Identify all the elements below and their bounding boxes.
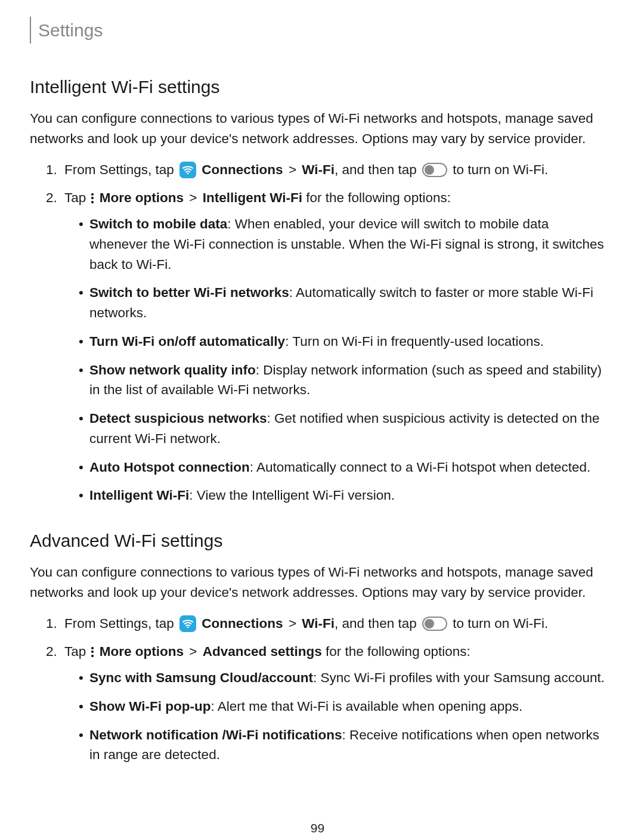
section-intro: You can configure connections to various… [30,562,605,603]
step-2: Tap More options > Advanced settings for… [61,642,605,765]
more-options-label: More options [100,644,184,659]
option-term: Switch to better Wi-Fi networks [89,285,289,300]
step-text: for the following options: [306,190,451,205]
option-desc: : Sync Wi-Fi profiles with your Samsung … [313,670,605,685]
svg-point-1 [187,626,189,628]
option-item: Intelligent Wi-Fi: View the Intelligent … [89,485,605,506]
step-text: to turn on Wi-Fi. [453,616,548,631]
target-label: Intelligent Wi-Fi [203,190,302,205]
option-item: Switch to mobile data: When enabled, you… [89,214,605,274]
option-term: Auto Hotspot connection [89,460,250,475]
option-desc: : Automatically connect to a Wi-Fi hotsp… [250,460,591,475]
option-term: Network notification /Wi-Fi notification… [89,727,342,742]
option-term: Show Wi-Fi pop-up [89,699,211,714]
option-desc: : View the Intelligent Wi-Fi version. [189,488,395,503]
option-item: Show Wi-Fi pop-up: Alert me that Wi-Fi i… [89,696,605,717]
options-list: Switch to mobile data: When enabled, you… [64,214,605,506]
option-term: Turn Wi-Fi on/off automatically [89,334,285,349]
option-term: Sync with Samsung Cloud/account [89,670,313,685]
steps-list: From Settings, tap Connections > Wi-Fi, … [30,160,605,506]
step-1: From Settings, tap Connections > Wi-Fi, … [61,614,605,634]
option-term: Detect suspicious networks [89,411,267,426]
step-text: , and then tap [335,162,417,177]
step-text: From Settings, tap [64,162,174,177]
option-item: Network notification /Wi-Fi notification… [89,725,605,766]
connections-label: Connections [202,616,283,631]
options-list: Sync with Samsung Cloud/account: Sync Wi… [64,668,605,765]
option-desc: : Turn on Wi-Fi in frequently-used locat… [285,334,544,349]
option-item: Detect suspicious networks: Get notified… [89,408,605,449]
separator: > [289,162,296,177]
connections-label: Connections [202,162,283,177]
option-item: Switch to better Wi-Fi networks: Automat… [89,283,605,323]
more-options-label: More options [100,190,184,205]
option-term: Intelligent Wi-Fi [89,488,189,503]
step-text: for the following options: [326,644,470,659]
section-title: Advanced Wi-Fi settings [30,527,605,554]
wifi-label: Wi-Fi [302,616,335,631]
advanced-wifi-section: Advanced Wi-Fi settings You can configur… [30,527,605,765]
step-text: , and then tap [335,616,417,631]
option-term: Show network quality info [89,363,256,377]
toggle-icon [422,163,447,177]
option-item: Turn Wi-Fi on/off automatically: Turn on… [89,332,605,352]
wifi-label: Wi-Fi [302,162,335,177]
step-text: From Settings, tap [64,616,174,631]
step-text: Tap [64,644,86,659]
section-title: Intelligent Wi-Fi settings [30,73,605,100]
option-item: Show network quality info: Display netwo… [89,360,605,401]
steps-list: From Settings, tap Connections > Wi-Fi, … [30,614,605,766]
connections-icon [179,615,196,632]
intelligent-wifi-section: Intelligent Wi-Fi settings You can confi… [30,73,605,506]
option-desc: : Alert me that Wi-Fi is available when … [211,699,523,714]
step-text: Tap [64,190,86,205]
step-text: to turn on Wi-Fi. [453,162,548,177]
connections-icon [179,162,196,178]
option-item: Auto Hotspot connection: Automatically c… [89,457,605,478]
separator: > [289,616,296,631]
option-term: Switch to mobile data [89,216,227,231]
header-text: Settings [38,20,103,40]
svg-point-0 [187,172,189,174]
separator: > [189,644,197,659]
more-options-icon [91,193,94,203]
option-item: Sync with Samsung Cloud/account: Sync Wi… [89,668,605,688]
target-label: Advanced settings [203,644,322,659]
more-options-icon [91,647,94,657]
page-header: Settings [30,17,605,44]
separator: > [189,190,197,205]
step-2: Tap More options > Intelligent Wi-Fi for… [61,188,605,506]
section-intro: You can configure connections to various… [30,109,605,149]
step-1: From Settings, tap Connections > Wi-Fi, … [61,160,605,180]
toggle-icon [422,617,447,631]
page-number: 99 [30,819,605,833]
